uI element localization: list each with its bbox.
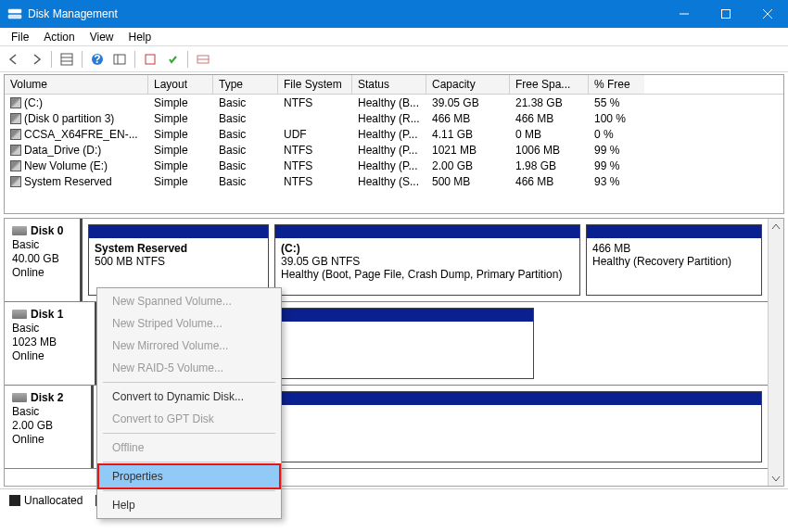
volume-icon bbox=[10, 113, 21, 124]
scroll-down-icon[interactable] bbox=[769, 470, 783, 486]
ctx-separator bbox=[103, 382, 275, 383]
disk-label[interactable]: Disk 0Basic40.00 GBOnline bbox=[5, 219, 83, 301]
disk-label[interactable]: Disk 1Basic1023 MBOnline bbox=[5, 302, 97, 385]
help-button[interactable]: ? bbox=[87, 49, 108, 70]
vertical-scrollbar[interactable] bbox=[768, 219, 783, 486]
window-title: Disk Management bbox=[28, 7, 663, 20]
ctx-separator bbox=[103, 433, 275, 434]
volume-row[interactable]: System ReservedSimpleBasicNTFSHealthy (S… bbox=[5, 173, 783, 189]
window-controls bbox=[663, 0, 788, 28]
back-button[interactable] bbox=[4, 49, 24, 70]
volume-icon bbox=[10, 129, 21, 140]
volume-list-pane: Volume Layout Type File System Status Ca… bbox=[4, 74, 784, 214]
svg-rect-3 bbox=[721, 10, 730, 19]
unallocated-swatch bbox=[9, 495, 20, 506]
disk-label[interactable]: Disk 2Basic2.00 GBOnline bbox=[5, 386, 94, 468]
action2-button[interactable] bbox=[162, 49, 183, 70]
partition-bar bbox=[89, 225, 268, 238]
disk-icon bbox=[12, 310, 27, 319]
menu-file[interactable]: File bbox=[4, 29, 36, 45]
column-status[interactable]: Status bbox=[352, 75, 426, 94]
ctx-new-mirrored[interactable]: New Mirrored Volume... bbox=[99, 335, 279, 357]
volume-list-header: Volume Layout Type File System Status Ca… bbox=[5, 75, 783, 95]
volume-row[interactable]: New Volume (E:)SimpleBasicNTFSHealthy (P… bbox=[5, 158, 783, 173]
partition-box[interactable]: (C:)39.05 GB NTFSHealthy (Boot, Page Fil… bbox=[274, 224, 580, 296]
disk-icon bbox=[12, 226, 27, 235]
volume-row[interactable]: (C:)SimpleBasicNTFSHealthy (B...39.05 GB… bbox=[5, 95, 783, 110]
column-type[interactable]: Type bbox=[213, 75, 278, 94]
legend-unallocated: Unallocated bbox=[9, 494, 83, 507]
ctx-new-striped[interactable]: New Striped Volume... bbox=[99, 312, 279, 335]
volume-icon bbox=[10, 176, 21, 187]
close-button[interactable] bbox=[746, 0, 788, 28]
menu-action[interactable]: Action bbox=[36, 29, 82, 45]
scroll-up-icon[interactable] bbox=[769, 219, 783, 234]
ctx-help[interactable]: Help bbox=[99, 494, 279, 516]
forward-button[interactable] bbox=[26, 49, 46, 70]
svg-rect-1 bbox=[8, 15, 21, 19]
titlebar: Disk Management bbox=[0, 0, 788, 28]
menu-view[interactable]: View bbox=[83, 29, 121, 45]
settings-button[interactable] bbox=[109, 49, 130, 70]
action1-button[interactable] bbox=[140, 49, 160, 70]
toolbar-separator bbox=[51, 51, 52, 68]
ctx-new-spanned[interactable]: New Spanned Volume... bbox=[99, 290, 279, 312]
partition-bar bbox=[275, 225, 579, 238]
menubar: File Action View Help bbox=[0, 28, 788, 46]
ctx-new-raid5[interactable]: New RAID-5 Volume... bbox=[99, 357, 279, 379]
column-free-space[interactable]: Free Spa... bbox=[510, 75, 589, 94]
list-view-button[interactable] bbox=[193, 49, 213, 70]
volume-row[interactable]: Data_Drive (D:)SimpleBasicNTFSHealthy (P… bbox=[5, 142, 783, 158]
toolbar-separator bbox=[187, 51, 188, 68]
svg-rect-11 bbox=[114, 55, 125, 64]
volume-icon bbox=[10, 160, 21, 171]
context-menu: New Spanned Volume... New Striped Volume… bbox=[96, 287, 282, 519]
minimize-button[interactable] bbox=[663, 0, 705, 28]
toolbar-separator bbox=[82, 51, 83, 68]
menu-help[interactable]: Help bbox=[121, 29, 159, 45]
volume-icon bbox=[10, 97, 21, 108]
volume-list-body: (C:)SimpleBasicNTFSHealthy (B...39.05 GB… bbox=[5, 95, 783, 189]
maximize-button[interactable] bbox=[705, 0, 746, 28]
ctx-properties[interactable]: Properties bbox=[97, 463, 281, 489]
ctx-convert-gpt[interactable]: Convert to GPT Disk bbox=[99, 408, 279, 430]
partition-box[interactable]: System Reserved500 MB NTFS bbox=[88, 224, 269, 296]
ctx-offline[interactable]: Offline bbox=[99, 437, 279, 459]
ctx-separator bbox=[103, 490, 275, 491]
partition-box[interactable]: 466 MBHealthy (Recovery Partition) bbox=[586, 224, 762, 296]
partition-bar bbox=[587, 225, 761, 238]
volume-icon bbox=[10, 145, 21, 156]
column-file-system[interactable]: File System bbox=[278, 75, 352, 94]
svg-text:?: ? bbox=[94, 53, 100, 66]
svg-rect-6 bbox=[61, 54, 72, 65]
volume-row[interactable]: CCSA_X64FRE_EN-...SimpleBasicUDFHealthy … bbox=[5, 126, 783, 142]
table-view-button[interactable] bbox=[57, 49, 77, 70]
column-percent-free[interactable]: % Free bbox=[589, 75, 644, 94]
ctx-convert-dynamic[interactable]: Convert to Dynamic Disk... bbox=[99, 386, 279, 408]
app-icon bbox=[7, 6, 22, 21]
toolbar: ? bbox=[0, 46, 788, 72]
disk-icon bbox=[12, 393, 27, 402]
column-layout[interactable]: Layout bbox=[148, 75, 213, 94]
toolbar-separator bbox=[134, 51, 135, 68]
svg-rect-0 bbox=[8, 9, 21, 13]
svg-rect-13 bbox=[146, 55, 155, 64]
ctx-separator bbox=[103, 462, 275, 462]
column-volume[interactable]: Volume bbox=[5, 75, 148, 94]
column-capacity[interactable]: Capacity bbox=[426, 75, 510, 94]
volume-row[interactable]: (Disk 0 partition 3)SimpleBasicHealthy (… bbox=[5, 110, 783, 126]
